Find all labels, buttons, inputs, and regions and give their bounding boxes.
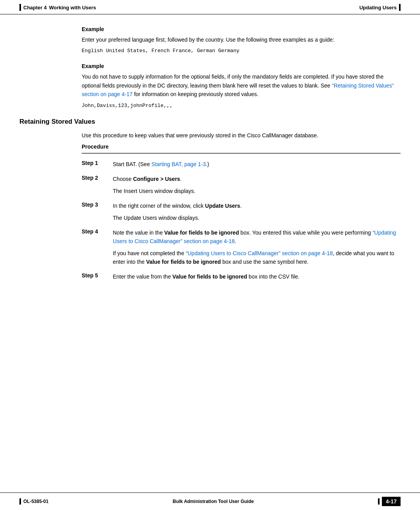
page-number: 4-17 — [382, 497, 401, 506]
step4-text-after2: . — [235, 238, 236, 244]
example2-block: Example You do not have to supply inform… — [82, 63, 401, 108]
header-chapter: Chapter 4 Working with Users — [19, 4, 96, 11]
page-footer: OL-5385-01 Bulk Administration Tool User… — [0, 492, 420, 510]
step5-text-after: box into the CSV file. — [247, 273, 299, 280]
step5-row: Step 5 Enter the value from the Value fo… — [82, 272, 401, 281]
footer-right-bar — [378, 498, 380, 505]
step2-text-after: . — [180, 176, 182, 182]
step1-link[interactable]: Starting BAT, page 1-3 — [151, 161, 206, 167]
example1-code: English United States, French France, Ge… — [82, 48, 401, 54]
footer-title: Bulk Administration Tool User Guide — [173, 499, 254, 504]
procedure-divider — [82, 153, 401, 154]
step5-text-before: Enter the value from the — [113, 273, 172, 280]
step2-row: Step 2 Choose Configure > Users. The Ins… — [82, 175, 401, 195]
step4-sub-text-after: box and use the same symbol here. — [221, 259, 309, 265]
step2-subtext: The Insert Users window displays. — [113, 187, 401, 195]
step4-sub-link[interactable]: “Updating Users to Cisco CallManager” se… — [186, 250, 333, 256]
step5-content: Enter the value from the Value for field… — [113, 272, 401, 281]
header-section-title: Updating Users — [359, 5, 397, 11]
section-intro-text: Use this procedure to keep values that w… — [82, 131, 401, 140]
section-intro-block: Use this procedure to keep values that w… — [82, 131, 401, 281]
step3-content: In the right corner of the window, click… — [113, 202, 401, 222]
procedure-heading: Procedure — [82, 144, 401, 150]
header-right-bar — [399, 4, 401, 11]
page-header: Chapter 4 Working with Users Updating Us… — [0, 0, 420, 14]
step4-content: Note the value in the Value for fields t… — [113, 228, 401, 266]
example1-block: Example Enter your preferred language fi… — [82, 26, 401, 54]
step4-sub-text-before: If you have not completed the — [113, 250, 186, 256]
step1-text-after: .) — [206, 161, 209, 167]
steps-container: Step 1 Start BAT. (See Starting BAT, pag… — [82, 160, 401, 281]
step4-text-before: Note the value in the — [113, 230, 164, 236]
step1-row: Step 1 Start BAT. (See Starting BAT, pag… — [82, 160, 401, 168]
step2-label: Step 2 — [82, 175, 113, 181]
step3-bold: Update Users — [205, 203, 240, 209]
step4-subpara: If you have not completed the “Updating … — [113, 249, 401, 266]
step1-content: Start BAT. (See Starting BAT, page 1-3.) — [113, 160, 401, 168]
step3-label: Step 3 — [82, 202, 113, 208]
step4-sub-bold: Value for fields to be ignored — [146, 259, 221, 265]
footer-right: 4-17 — [378, 497, 401, 506]
example2-code: John,Daviss,123,johnProfile,,, — [82, 103, 401, 109]
section-heading: Retaining Stored Values — [19, 118, 401, 126]
step4-bold: Value for fields to be ignored — [164, 230, 239, 236]
chapter-title: Working with Users — [49, 5, 96, 11]
main-content: Example Enter your preferred language fi… — [0, 14, 420, 311]
header-left-bar — [19, 4, 21, 11]
footer-left: OL-5385-01 — [19, 498, 49, 505]
step1-label: Step 1 — [82, 160, 113, 166]
footer-center: Bulk Administration Tool User Guide — [173, 499, 254, 504]
step3-text-before: In the right corner of the window, click — [113, 203, 205, 209]
step4-row: Step 4 Note the value in the Value for f… — [82, 228, 401, 266]
example2-body: You do not have to supply information fo… — [82, 72, 401, 98]
step5-bold: Value for fields to be ignored — [172, 273, 247, 280]
example1-body: Enter your preferred language first, fol… — [82, 35, 401, 44]
chapter-label: Chapter 4 — [23, 5, 47, 11]
step3-text-after: . — [240, 203, 242, 209]
example2-heading: Example — [82, 63, 401, 69]
step4-label: Step 4 — [82, 228, 113, 235]
step2-content: Choose Configure > Users. The Insert Use… — [113, 175, 401, 195]
example1-heading: Example — [82, 26, 401, 32]
step1-text: Start BAT. (See — [113, 161, 151, 167]
footer-doc-id: OL-5385-01 — [23, 499, 49, 504]
step2-bold: Configure > Users — [133, 176, 180, 182]
step3-row: Step 3 In the right corner of the window… — [82, 202, 401, 222]
step4-text-after: box. You entered this value while you we… — [239, 230, 372, 236]
example2-text3: for information on keeping previously st… — [134, 91, 259, 97]
step2-text-before: Choose — [113, 176, 133, 182]
footer-left-bar — [19, 498, 21, 505]
step5-label: Step 5 — [82, 272, 113, 279]
step3-subtext: The Update Users window displays. — [113, 214, 401, 222]
header-section: Updating Users — [359, 4, 401, 11]
